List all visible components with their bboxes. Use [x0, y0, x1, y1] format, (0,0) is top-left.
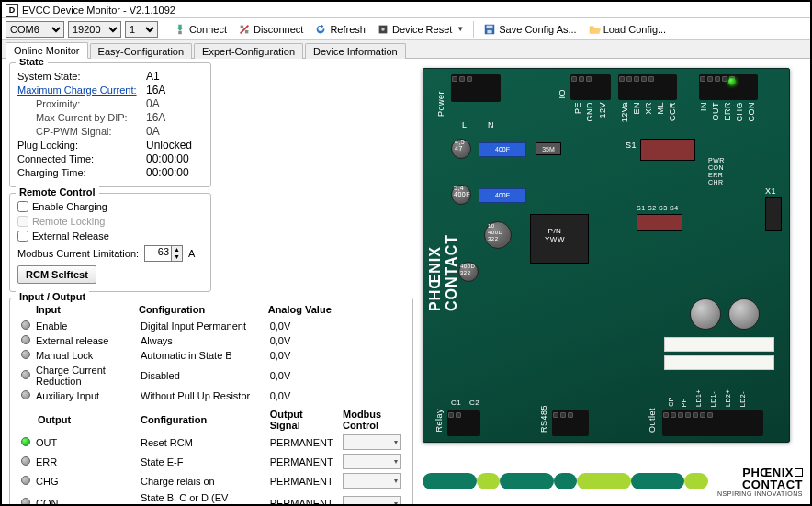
tab-online-monitor[interactable]: Online Monitor: [6, 42, 88, 59]
modbus-limit-unit: A: [188, 248, 195, 259]
pcb-label-ccr: CCR: [668, 102, 677, 121]
pcb-label-c1: C1: [451, 399, 461, 407]
svg-rect-8: [488, 29, 492, 33]
pcb-label-ld1m: LD1-: [710, 391, 716, 407]
dip-switch: [640, 139, 695, 161]
relay-block-1: [664, 337, 774, 352]
led-icon: [21, 456, 30, 466]
charging-value: 00:00:00: [146, 166, 189, 179]
pcb-label-x1: X1: [765, 186, 776, 196]
svg-rect-7: [487, 25, 493, 28]
pcb-label-en: EN: [632, 102, 641, 115]
tab-expert-configuration[interactable]: Expert-Configuration: [194, 43, 303, 59]
device-reset-button[interactable]: Device Reset ▼: [373, 20, 468, 39]
cap-400f-2: 400F: [479, 188, 526, 203]
modbus-control-select[interactable]: ▾: [343, 434, 401, 450]
pcb-label-l: L: [462, 120, 468, 129]
logo-box-icon: [795, 468, 803, 477]
modbus-control-select[interactable]: ▾: [343, 496, 401, 505]
pcb-label-ld2m: LD2-: [739, 391, 746, 407]
disconnect-button[interactable]: Disconnect: [234, 20, 307, 39]
pcb-label-ld1p: LD1+: [695, 389, 702, 407]
pcb-label-cp: CP: [668, 397, 674, 407]
dip-labels: S1 S2 S3 S4: [637, 205, 679, 211]
max-dip-label: Max Current by DIP:: [36, 112, 146, 123]
com-port-select[interactable]: COM6: [6, 21, 64, 38]
pcb-label-s1: S1: [626, 141, 637, 150]
led-icon: [21, 476, 30, 485]
svg-point-5: [381, 28, 385, 31]
proximity-value: 0A: [146, 97, 160, 110]
io-output-row: OUTReset RCMPERMANENT▾: [17, 433, 405, 452]
pcb-label-ld2p: LD2+: [725, 389, 731, 407]
pcb-label-ml: ML: [656, 102, 665, 115]
chevron-down-icon: ▼: [457, 25, 464, 33]
pcb-label-chg: CHG: [735, 102, 744, 122]
remote-legend: Remote Control: [16, 186, 99, 197]
enable-charging-checkbox[interactable]: [17, 201, 28, 212]
modbus-limit-label: Modbus Current Limitation:: [17, 248, 139, 259]
spinner-down-icon[interactable]: ▼: [171, 253, 182, 261]
window-title: EVCC Device Monitor - V2.1.1092: [22, 5, 175, 16]
tab-easy-configuration[interactable]: Easy-Configuration: [90, 43, 193, 59]
io-header-analog: Analog Value: [266, 302, 339, 319]
svg-rect-1: [241, 25, 244, 28]
cp-pwm-value: 0A: [146, 125, 160, 138]
io-header-modbus: Modbus Control: [339, 403, 405, 433]
io-output-row: CONState B, C or D (EV connected)PERMANE…: [17, 490, 405, 504]
led-icon: [21, 350, 30, 359]
led-icon: [21, 320, 30, 330]
power-terminal: [451, 74, 501, 102]
big-cap-2: [728, 298, 760, 330]
led-icon: [21, 390, 30, 399]
pcb-label-c2: C2: [469, 399, 479, 407]
green-led-icon: [728, 78, 736, 85]
big-cap-1: [690, 298, 721, 330]
pcb-label-con: CON: [747, 102, 756, 122]
led-icon: [21, 370, 30, 379]
load-config-button[interactable]: Load Config...: [584, 20, 671, 39]
refresh-button[interactable]: Refresh: [310, 20, 369, 39]
rcm-selftest-button[interactable]: RCM Selftest: [17, 265, 96, 284]
connected-value: 00:00:00: [146, 152, 189, 165]
external-release-check[interactable]: External Release: [17, 229, 203, 243]
dip-switch-2: [637, 214, 682, 231]
toolbar: COM6 19200 1 Connect Disconnect Refresh …: [2, 18, 810, 40]
tab-device-information[interactable]: Device Information: [305, 43, 406, 59]
brand-logo: PHŒNIX CONTACT INSPIRING INNOVATIONS: [716, 467, 803, 497]
system-state-label: System State:: [17, 71, 146, 82]
io-input-row: EnableDigital Input Permanent0,0V: [17, 319, 405, 333]
save-icon: [483, 23, 496, 36]
cap-45-47: 4,5 47: [455, 139, 465, 152]
chip-reset-icon: [377, 23, 389, 36]
io-group: Input / Output Input Configuration Analo…: [9, 298, 413, 504]
max-charge-link[interactable]: Maximum Charge Current:: [17, 84, 146, 96]
modbus-control-select[interactable]: ▾: [343, 454, 401, 469]
external-release-checkbox[interactable]: [17, 231, 28, 242]
plug-lock-value: Unlocked: [146, 139, 192, 152]
io-output-row: CHGCharge relais onPERMANENT▾: [17, 471, 405, 490]
enable-charging-check[interactable]: Enable Charging: [17, 199, 203, 214]
io-input-row: Auxiliary InputWithout Pull Up Resistor0…: [17, 388, 405, 403]
pcb-label-gnd: GND: [585, 102, 594, 122]
plug-connect-icon: [174, 23, 186, 36]
proximity-label: Proximity:: [36, 98, 146, 109]
pcb-label-io: IO: [558, 89, 567, 99]
save-config-button[interactable]: Save Config As...: [479, 20, 580, 39]
connect-button[interactable]: Connect: [170, 20, 231, 39]
io-terminal-3: [699, 74, 758, 100]
modbus-limit-spinner[interactable]: 63 ▲ ▼: [144, 245, 183, 262]
pcb-label-n: N: [488, 120, 494, 129]
modbus-control-select[interactable]: ▾: [343, 473, 401, 489]
io-input-row: Charge Current ReductionDisabled0,0V: [17, 363, 405, 388]
spinner-up-icon[interactable]: ▲: [171, 246, 182, 253]
max-charge-value: 16A: [146, 84, 165, 96]
io-header-signal: Output Signal: [266, 403, 339, 433]
pcb-image: Power L N IO PE GND 12V 12Va EN XR ML CC…: [423, 68, 790, 443]
pcb-label-relay: Relay: [434, 409, 444, 433]
baud-select[interactable]: 19200: [68, 21, 121, 38]
chevron-down-icon: ▾: [394, 457, 398, 466]
device-id-select[interactable]: 1: [125, 21, 158, 38]
plug-disconnect-icon: [238, 23, 251, 36]
chevron-down-icon: ▾: [394, 477, 398, 485]
